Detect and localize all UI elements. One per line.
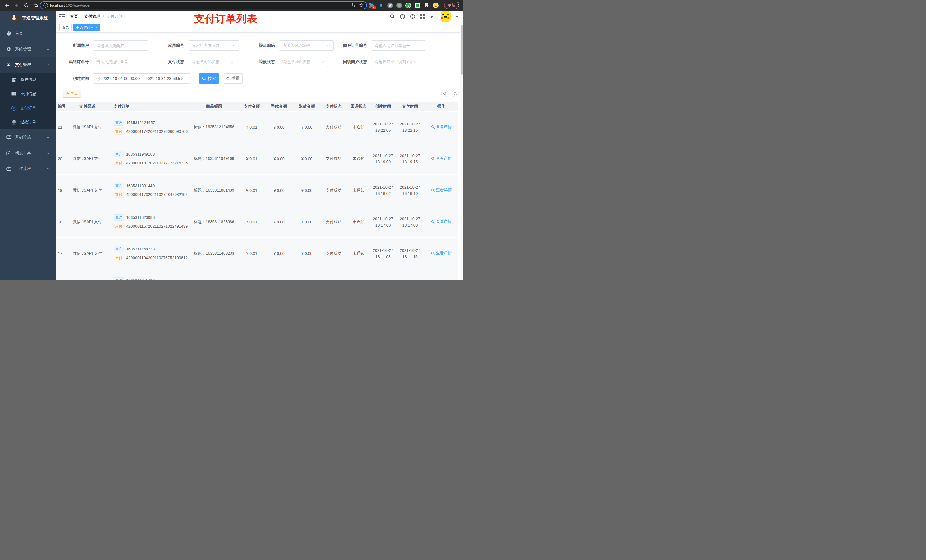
app-title: 芋道管理系统: [22, 15, 48, 21]
site-info-icon[interactable]: i: [43, 3, 48, 8]
chevron-down-icon: [321, 60, 325, 64]
yen-icon: ¥: [6, 62, 11, 68]
scrollbar-thumb[interactable]: [461, 25, 463, 74]
browser-forward-icon[interactable]: [14, 3, 20, 8]
filter-create-time: 创建时间 2021-10-01 00:00:00 - 2021-10-31 23…: [62, 73, 191, 84]
sidebar-item-refund-order[interactable]: 退款订单: [0, 115, 56, 130]
paid-time: 2021-10-27 13:19:15: [396, 143, 424, 174]
address-bar[interactable]: i localhost:1024/pay/order: [40, 2, 367, 9]
browser-reload-icon[interactable]: [23, 3, 29, 8]
sidebar-item-pay[interactable]: ¥ 支付管理: [0, 57, 56, 72]
filter-pay-status: 支付状态 请选择支付状态: [157, 57, 237, 67]
user-avatar[interactable]: [440, 11, 451, 22]
view-detail-link[interactable]: 查看详情: [431, 156, 452, 161]
header-search-icon[interactable]: [390, 14, 395, 19]
breadcrumb-home[interactable]: 首页: [70, 14, 78, 19]
refund-status-select[interactable]: 请选择退款状态: [279, 57, 328, 67]
channel-code-select[interactable]: 请输入渠道编码: [279, 41, 334, 51]
refresh-button[interactable]: [452, 90, 459, 97]
channel-order-no-input[interactable]: [96, 60, 144, 64]
tab-home[interactable]: 首页: [59, 24, 72, 31]
table-header-row: 编号 支付渠道 支付订单 商品标题 支付金额 手续金额 退款金额 支付状态 回调…: [56, 102, 458, 111]
github-icon[interactable]: [400, 14, 405, 20]
view-detail-link[interactable]: 查看详情: [431, 124, 452, 130]
extension-emoji-icon[interactable]: [433, 3, 439, 8]
close-tab-icon[interactable]: ×: [96, 26, 97, 29]
sidebar-item-home[interactable]: 首页: [0, 26, 56, 41]
channel-order-no: 4200001174202110278060590766: [126, 129, 188, 134]
notify-status-select[interactable]: 请选择订单回调商户状态: [371, 57, 420, 67]
extensions-puzzle-icon[interactable]: [424, 3, 430, 8]
extension-badge: 10: [372, 6, 376, 9]
filter-refund-status: 退款状态 请选择退款状态: [247, 57, 328, 67]
view-detail-link[interactable]: 查看详情: [431, 187, 452, 193]
page-scrollbar[interactable]: [460, 11, 463, 280]
app-logo[interactable]: 芋道管理系统: [0, 11, 56, 26]
screen: i localhost:1024/pay/order 10 ⌘ y: [0, 0, 463, 280]
view-detail-link[interactable]: 查看详情: [431, 251, 452, 256]
merchant-tag: 商户: [113, 214, 124, 220]
refund-amount: ¥ 0.00: [301, 125, 312, 130]
extension-chat-icon[interactable]: [415, 3, 420, 8]
toggle-search-button[interactable]: [441, 90, 448, 97]
notify-status: 未通知: [353, 156, 365, 161]
browser-update-button[interactable]: 更新: [444, 2, 459, 9]
order-id: 20: [58, 157, 62, 161]
pay-status-select[interactable]: 请选择支付状态: [188, 57, 237, 67]
extension-y-icon[interactable]: y: [406, 3, 411, 8]
bookmark-star-icon[interactable]: [359, 3, 364, 8]
tab-pay-order[interactable]: 支付订单 ×: [73, 24, 100, 31]
col-pay-status: 支付状态: [320, 102, 347, 111]
sidebar-item-dev-tools[interactable]: 研发工具: [0, 145, 56, 161]
paid-time: 2021-10-27 13:17:08: [396, 206, 424, 238]
sidebar-fold-icon[interactable]: [59, 14, 65, 19]
order-table-body: 21 微信 JSAPI 支付 商户 1635312124657 支付 42000…: [56, 111, 458, 280]
created-time: [370, 269, 396, 280]
order-id: 18: [58, 220, 62, 224]
refund-amount: ¥ 0.00: [301, 220, 312, 224]
order-id: 19: [58, 188, 62, 193]
notify-status: 未通知: [353, 188, 365, 192]
pay-channel: 微信 JSAPI 支付: [73, 125, 102, 129]
export-button[interactable]: 导出: [63, 90, 81, 98]
yen-circle-icon: ¥: [11, 106, 16, 111]
search-button[interactable]: 搜索: [199, 73, 219, 84]
extension-command-icon[interactable]: ⌘: [387, 3, 393, 8]
sidebar-item-app-info[interactable]: 应用信息: [0, 87, 56, 101]
chevron-down-icon: [47, 151, 50, 155]
sidebar-item-pay-order[interactable]: ¥ 支付订单: [0, 101, 56, 115]
sidebar-item-infra[interactable]: 基础设施: [0, 130, 56, 145]
sidebar-item-system[interactable]: 系统管理: [0, 41, 56, 57]
url-text: localhost:1024/pay/order: [50, 3, 91, 8]
view-detail-link[interactable]: 查看详情: [431, 219, 452, 224]
breadcrumb-pay[interactable]: 支付管理: [84, 14, 100, 19]
pay-channel: 微信 JSAPI 支付: [73, 156, 102, 161]
app-select[interactable]: 请选择应用信息: [188, 41, 239, 51]
created-time: 2021-10-27 13:17:03: [370, 206, 396, 238]
browser-home-icon[interactable]: [33, 3, 39, 8]
table-row: 19 微信 JSAPI 支付 商户 1635311881440 支付 42000…: [56, 174, 458, 206]
extension-record-icon[interactable]: [396, 3, 402, 8]
fee-amount: ¥ 0.00: [274, 125, 285, 130]
date-range-input[interactable]: 2021-10-01 00:00:00 - 2021-10-31 23:59:5…: [93, 73, 191, 84]
col-created: 创建时间: [370, 102, 396, 111]
pay-channel: 微信 JSAPI 支付: [73, 188, 102, 192]
extension-tabs-icon[interactable]: 10: [369, 3, 375, 8]
help-icon[interactable]: [410, 14, 415, 19]
extension-kite-icon[interactable]: [378, 3, 384, 8]
fullscreen-icon[interactable]: [420, 14, 425, 19]
share-icon[interactable]: [350, 3, 355, 8]
merchant-order-no-input[interactable]: [374, 43, 422, 48]
sidebar-item-merchant-info[interactable]: 商户信息: [0, 72, 56, 87]
merchant-order-no: 1635311949168: [126, 152, 154, 157]
sidebar-item-workflow[interactable]: 工作流程: [0, 161, 56, 177]
merchant-input[interactable]: [96, 43, 145, 48]
font-size-icon[interactable]: [430, 14, 436, 19]
created-time: 2021-10-27 13:19:09: [370, 143, 396, 174]
browser-back-icon[interactable]: [4, 3, 10, 8]
reset-button[interactable]: 重置: [223, 73, 243, 84]
user-menu-caret-icon[interactable]: [455, 16, 458, 17]
browser-menu-icon[interactable]: [458, 2, 460, 6]
pay-channel: 微信 JSAPI 支付: [73, 219, 102, 224]
breadcrumb: 首页 / 支付管理 / 支付订单: [70, 14, 123, 19]
